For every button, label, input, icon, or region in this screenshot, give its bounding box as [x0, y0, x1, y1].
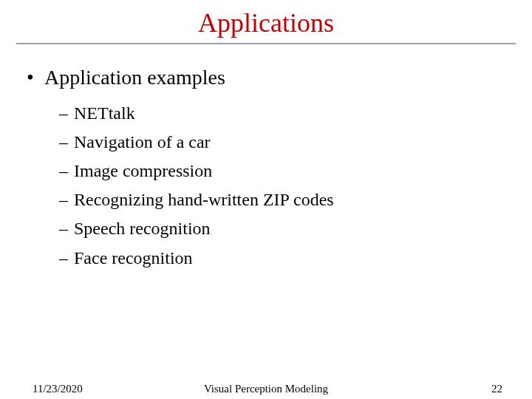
bullet-level2-text: NETtalk [74, 103, 135, 123]
bullet-level2: Speech recognition [59, 217, 505, 240]
bullet-level1: Application examples [27, 65, 505, 90]
bullet-level2: Image compression [59, 160, 505, 183]
bullet-level1-text: Application examples [44, 66, 225, 89]
footer-title: Visual Perception Modeling [0, 383, 532, 395]
footer-page: 22 [491, 383, 502, 395]
title-rule [16, 43, 516, 44]
bullet-level2: Recognizing hand-written ZIP codes [59, 188, 505, 211]
bullet-level2-text: Image compression [74, 161, 212, 180]
bullet-level2: Face recognition [59, 247, 505, 270]
slide: Applications Application examples NETtal… [0, 7, 532, 399]
bullet-level2: NETtalk [59, 102, 505, 125]
bullet-level2-text: Face recognition [74, 248, 193, 267]
bullet-level2-text: Speech recognition [74, 219, 211, 238]
bullet-level2: Navigation of a car [59, 131, 505, 154]
slide-title: Applications [0, 7, 532, 38]
bullet-level2-text: Recognizing hand-written ZIP codes [74, 190, 334, 209]
bullet-level2-text: Navigation of a car [74, 132, 211, 151]
bullet-sublist: NETtalk Navigation of a car Image compre… [59, 102, 505, 270]
slide-content: Application examples NETtalk Navigation … [27, 65, 505, 270]
